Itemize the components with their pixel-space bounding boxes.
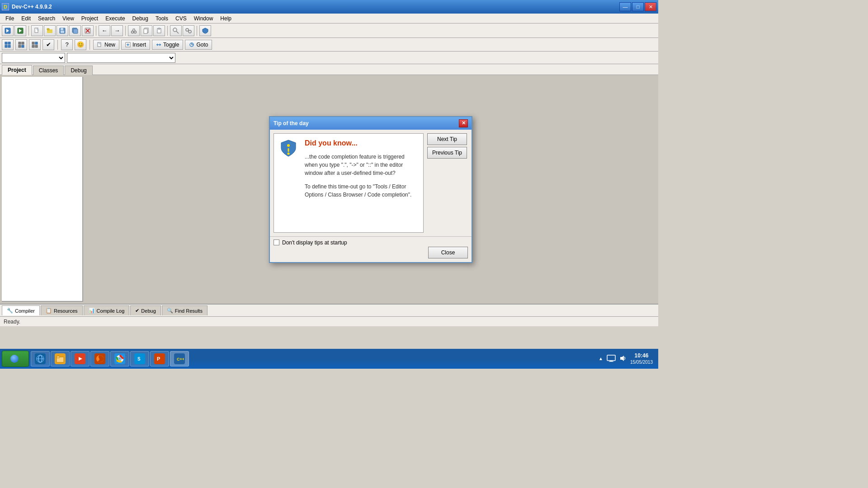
tb-replace-btn[interactable] bbox=[183, 25, 194, 36]
svg-point-24 bbox=[173, 28, 177, 32]
bottom-tab-debug[interactable]: ✔ Debug bbox=[130, 305, 160, 315]
title-bar: D Dev-C++ 4.9.9.2 — □ ✕ bbox=[0, 0, 658, 14]
menu-search[interactable]: Search bbox=[34, 14, 59, 23]
monitor-icon bbox=[607, 355, 616, 363]
tb-save-btn[interactable] bbox=[57, 25, 68, 36]
svg-rect-23 bbox=[158, 28, 160, 29]
menu-project[interactable]: Project bbox=[78, 14, 102, 23]
tb2-check-btn[interactable]: ✔ bbox=[42, 39, 54, 50]
find-results-icon: 🔍 bbox=[167, 308, 173, 314]
next-tip-button[interactable]: Next Tip bbox=[427, 133, 467, 145]
menu-cvs[interactable]: CVS bbox=[172, 14, 190, 23]
tb-find-btn[interactable] bbox=[170, 25, 182, 36]
tab-project[interactable]: Project bbox=[2, 65, 32, 75]
menu-tools[interactable]: Tools bbox=[152, 14, 172, 23]
taskbar-firefox[interactable] bbox=[90, 351, 109, 366]
svg-rect-7 bbox=[47, 28, 49, 30]
start-button[interactable] bbox=[2, 351, 29, 367]
svg-rect-29 bbox=[5, 42, 7, 44]
minimize-button[interactable]: — bbox=[619, 2, 631, 11]
dialog-footer: Don't display tips at startup Close bbox=[270, 236, 472, 262]
taskbar-media[interactable] bbox=[71, 351, 90, 366]
window-close-button[interactable]: ✕ bbox=[645, 2, 656, 11]
bottom-tab-resources[interactable]: 📋 Resources bbox=[41, 305, 83, 315]
svg-rect-21 bbox=[144, 29, 147, 33]
dialog-close-x-button[interactable]: ✕ bbox=[459, 119, 468, 127]
taskbar-powerpoint[interactable]: P bbox=[150, 351, 169, 366]
left-tabs: Project Classes Debug bbox=[0, 64, 658, 75]
status-bar: Ready. bbox=[0, 316, 658, 326]
tb-run-btn[interactable] bbox=[14, 25, 26, 36]
close-dialog-button[interactable]: Close bbox=[428, 247, 468, 258]
tb-copy-btn[interactable] bbox=[141, 25, 152, 36]
tb-cut-btn[interactable] bbox=[128, 25, 140, 36]
svg-point-16 bbox=[132, 31, 134, 33]
tb-undo-btn[interactable]: ← bbox=[99, 25, 110, 36]
editor-area: Tip of the day ✕ bbox=[83, 75, 658, 304]
menu-file[interactable]: File bbox=[2, 14, 18, 23]
svg-marker-78 bbox=[620, 356, 624, 361]
tb-new-file-btn[interactable] bbox=[31, 25, 43, 36]
maximize-button[interactable]: □ bbox=[632, 2, 644, 11]
devcpp-icon: C++ bbox=[174, 353, 185, 364]
start-orb bbox=[10, 355, 19, 363]
tb2-grid1-btn[interactable] bbox=[2, 39, 14, 50]
bottom-tab-compiler[interactable]: 🔧 Compiler bbox=[2, 305, 40, 315]
taskbar-ie[interactable] bbox=[31, 351, 50, 366]
tb-redo-btn[interactable]: → bbox=[111, 25, 123, 36]
taskbar-skype[interactable]: S bbox=[130, 351, 149, 366]
dialog-heading: Did you know... bbox=[305, 139, 418, 147]
tab-debug[interactable]: Debug bbox=[65, 66, 92, 75]
taskbar-devcpp[interactable]: C++ bbox=[170, 351, 189, 366]
tb-shield-btn[interactable] bbox=[199, 25, 211, 36]
menu-execute[interactable]: Execute bbox=[102, 14, 128, 23]
svg-rect-33 bbox=[19, 42, 21, 44]
new-button[interactable]: New bbox=[93, 40, 119, 50]
tb-paste-btn[interactable] bbox=[153, 25, 165, 36]
toggle-button[interactable]: Toggle bbox=[152, 40, 183, 50]
svg-rect-36 bbox=[22, 45, 24, 47]
explorer-icon bbox=[55, 353, 66, 364]
tb2-question-btn[interactable]: ? bbox=[61, 39, 73, 50]
dropdown2[interactable] bbox=[67, 53, 175, 63]
svg-line-25 bbox=[176, 31, 179, 33]
tab-classes[interactable]: Classes bbox=[33, 66, 64, 75]
taskbar-chrome[interactable] bbox=[110, 351, 129, 366]
dialog-title: Tip of the day bbox=[274, 120, 309, 127]
app-icon: D bbox=[2, 3, 9, 10]
svg-marker-50 bbox=[156, 43, 158, 46]
compile-log-icon: 📊 bbox=[89, 308, 95, 314]
tb-close-btn[interactable] bbox=[82, 25, 94, 36]
taskbar-explorer[interactable] bbox=[51, 351, 70, 366]
svg-point-17 bbox=[134, 31, 137, 33]
bottom-tabs: 🔧 Compiler 📋 Resources 📊 Compile Log ✔ D… bbox=[0, 304, 658, 316]
menu-debug[interactable]: Debug bbox=[129, 14, 152, 23]
bottom-tab-find-results[interactable]: 🔍 Find Results bbox=[162, 305, 208, 315]
firefox-icon bbox=[94, 353, 105, 364]
insert-button[interactable]: Insert bbox=[121, 40, 150, 50]
tb2-smiley-btn[interactable]: 😊 bbox=[75, 39, 86, 50]
svg-rect-31 bbox=[5, 45, 7, 47]
previous-tip-button[interactable]: Previous Tip bbox=[427, 147, 467, 159]
goto-button[interactable]: Goto bbox=[185, 40, 212, 50]
dialog-text-area: Did you know... ...the code completion f… bbox=[305, 139, 418, 227]
tb2-grid3-btn[interactable] bbox=[29, 39, 41, 50]
show-hidden-icon[interactable]: ▲ bbox=[599, 356, 603, 361]
dropdown1[interactable] bbox=[2, 53, 65, 63]
tb-compile-btn[interactable] bbox=[2, 25, 14, 36]
taskbar: S P C++ ▲ 10:46 15/05/2013 bbox=[0, 349, 658, 369]
svg-rect-34 bbox=[22, 42, 24, 44]
volume-icon[interactable] bbox=[619, 355, 627, 363]
menu-window[interactable]: Window bbox=[190, 14, 217, 23]
tb2-grid2-btn[interactable] bbox=[15, 39, 27, 50]
menu-help[interactable]: Help bbox=[217, 14, 235, 23]
checkbox-label: Don't display tips at startup bbox=[282, 239, 347, 246]
menu-view[interactable]: View bbox=[59, 14, 78, 23]
dont-show-checkbox[interactable] bbox=[274, 239, 279, 245]
tb-save-all-btn[interactable] bbox=[69, 25, 81, 36]
tb-open-btn[interactable] bbox=[44, 25, 56, 36]
svg-rect-32 bbox=[8, 45, 10, 47]
bottom-tab-compile-log[interactable]: 📊 Compile Log bbox=[84, 305, 130, 315]
svg-rect-61 bbox=[57, 356, 60, 358]
menu-edit[interactable]: Edit bbox=[18, 14, 34, 23]
